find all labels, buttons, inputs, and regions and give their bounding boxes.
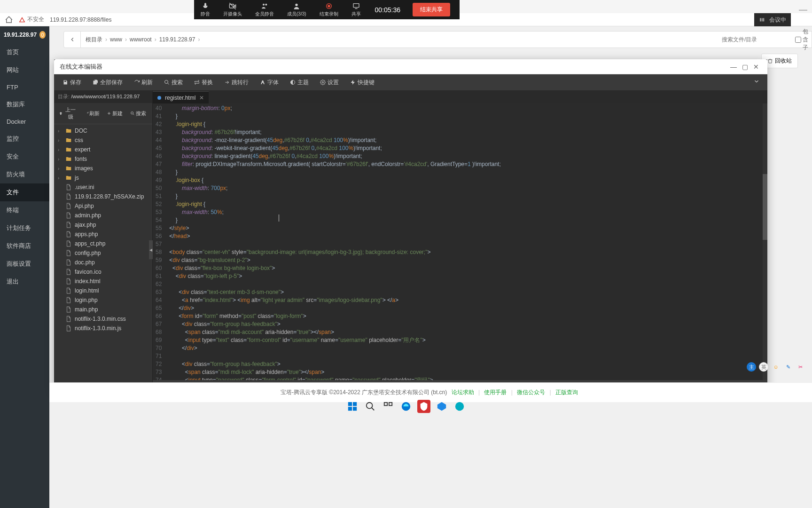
tree-file[interactable]: login.html [54, 286, 152, 295]
search-editor-button[interactable]: 搜索 [159, 77, 187, 88]
app-red-button[interactable] [417, 400, 430, 413]
float-icon-4[interactable]: ✎ [783, 362, 793, 372]
float-icon-1[interactable]: 主 [747, 362, 756, 372]
refresh-tree-button[interactable]: 刷新 [80, 105, 103, 122]
sidebar-item[interactable]: 面板设置 [0, 255, 49, 273]
search-tree-button[interactable]: 搜索 [127, 105, 149, 122]
tree-file[interactable]: .user.ini [54, 183, 152, 192]
sidebar-item[interactable]: 监控 [0, 130, 49, 148]
footer-link[interactable]: 论坛求助 [452, 389, 474, 396]
sidebar-item[interactable]: 防火墙 [0, 166, 49, 183]
maximize-button[interactable]: ▢ [739, 63, 750, 71]
breadcrumb-item[interactable]: 根目录 [86, 36, 102, 44]
breadcrumb-item[interactable]: 119.91.228.97 [159, 36, 195, 43]
refresh-editor-button[interactable]: 刷新 [129, 77, 157, 88]
tree-folder[interactable]: ›js [54, 173, 152, 183]
settings-button[interactable]: 设置 [315, 77, 344, 88]
record-button[interactable]: 结束录制 [313, 0, 345, 19]
tree-folder[interactable]: ›images [54, 164, 152, 173]
shortcuts-button[interactable]: 快捷键 [345, 77, 379, 88]
home-icon[interactable] [5, 16, 13, 24]
edge-button[interactable] [399, 400, 413, 413]
replace-button[interactable]: 替换 [189, 77, 218, 88]
sidebar-item[interactable]: 软件商店 [0, 237, 49, 255]
tree-folder[interactable]: ›expert [54, 145, 152, 154]
sidebar-item[interactable]: 首页 [0, 43, 49, 61]
members-button[interactable]: 成员(3/3) [281, 0, 313, 19]
code-lines[interactable]: margin-bottom: 0px; } .login-right { bac… [166, 103, 767, 380]
search-taskbar-button[interactable] [364, 400, 377, 413]
collapse-sidebar-handle[interactable]: ◀ [149, 240, 153, 259]
footer-link[interactable]: 微信公众号 [517, 389, 545, 396]
tree-file[interactable]: main.php [54, 305, 152, 314]
tree-folder[interactable]: ›fonts [54, 154, 152, 164]
include-sub-checkbox[interactable]: 包含子 [795, 28, 808, 52]
minimize-button[interactable]: — [728, 63, 739, 71]
app-blue-button[interactable] [435, 400, 448, 413]
meeting-status-pill[interactable]: 会议中 [754, 13, 791, 26]
code-editor[interactable]: 4041424344454647484950515253545556575859… [153, 103, 767, 380]
record-icon [325, 2, 333, 10]
back-button[interactable] [64, 32, 81, 48]
file-tree[interactable]: ›DOC›css›expert›fonts›images›js.user.ini… [54, 124, 152, 390]
sidebar-item[interactable]: 终端 [0, 201, 49, 219]
float-icon-3[interactable]: ☺ [771, 362, 781, 372]
tree-folder[interactable]: ›css [54, 135, 152, 145]
windows-icon [347, 401, 358, 412]
tree-file[interactable]: doc.php [54, 258, 152, 267]
task-view-button[interactable] [382, 400, 395, 413]
minimap[interactable] [763, 103, 767, 380]
tree-file[interactable]: config.php [54, 248, 152, 258]
app-icon [437, 401, 447, 412]
video-button[interactable]: 开摄像头 [217, 0, 249, 19]
tree-file[interactable]: admin.php [54, 211, 152, 220]
notification-badge[interactable]: 0 [39, 31, 46, 39]
sidebar-item[interactable]: 计划任务 [0, 219, 49, 237]
footer-link[interactable]: 正版查询 [555, 389, 578, 396]
tree-file[interactable]: login.php [54, 295, 152, 305]
editor-tab[interactable]: register.html ✕ [153, 91, 209, 103]
sidebar-item[interactable]: 网站 [0, 61, 49, 79]
float-icon-2[interactable]: 英 [759, 362, 768, 372]
float-icon-5[interactable]: ✂ [796, 362, 805, 372]
mic-button[interactable]: 静音 [194, 0, 217, 19]
sidebar-item[interactable]: 退出 [0, 273, 49, 291]
save-all-button[interactable]: 全部保存 [88, 77, 127, 88]
start-button[interactable] [346, 400, 359, 413]
sidebar-item[interactable]: Docker [0, 113, 49, 130]
goto-line-button[interactable]: 跳转行 [219, 77, 253, 88]
sidebar-item[interactable]: FTP [0, 79, 49, 95]
theme-button[interactable]: 主题 [285, 77, 313, 88]
tree-file[interactable]: apps.php [54, 230, 152, 239]
new-file-button[interactable]: 新建 [104, 105, 126, 122]
minimize-icon[interactable]: — [799, 5, 807, 15]
tree-file[interactable]: 119.91.228.97_hSSAXe.zip [54, 192, 152, 201]
save-button[interactable]: 保存 [58, 77, 86, 88]
end-share-button[interactable]: 结束共享 [413, 3, 450, 16]
tree-file[interactable]: ajax.php [54, 220, 152, 230]
app-teal-button[interactable] [453, 400, 466, 413]
sidebar-item[interactable]: 文件 [0, 183, 49, 201]
share-button[interactable]: 共享 [345, 0, 367, 19]
breadcrumb-item[interactable]: wwwroot [130, 36, 152, 43]
breadcrumb-item[interactable]: www [110, 36, 122, 43]
footer-link[interactable]: 使用手册 [484, 389, 507, 396]
svg-rect-8 [760, 18, 761, 22]
toolbar-menu-button[interactable] [750, 76, 764, 88]
tree-file[interactable]: notiflix-1.3.0.min.css [54, 314, 152, 324]
tree-file[interactable]: index.html [54, 277, 152, 286]
sidebar-item[interactable]: 数据库 [0, 95, 49, 113]
tree-file[interactable]: notiflix-1.3.0.min.js [54, 324, 152, 333]
up-level-button[interactable]: 上一级 [57, 105, 79, 122]
font-button[interactable]: 字体 [255, 77, 283, 88]
tree-folder[interactable]: ›DOC [54, 126, 152, 135]
close-button[interactable]: ✕ [750, 63, 762, 71]
search-input[interactable] [722, 36, 792, 43]
tree-file[interactable]: Api.php [54, 201, 152, 211]
tree-file[interactable]: favicon.ico [54, 267, 152, 277]
tree-file[interactable]: apps_ct.php [54, 239, 152, 248]
minimap-thumb[interactable] [763, 174, 767, 240]
tab-close-button[interactable]: ✕ [199, 95, 204, 101]
mute-all-button[interactable]: 全员静音 [249, 0, 281, 19]
sidebar-item[interactable]: 安全 [0, 148, 49, 166]
